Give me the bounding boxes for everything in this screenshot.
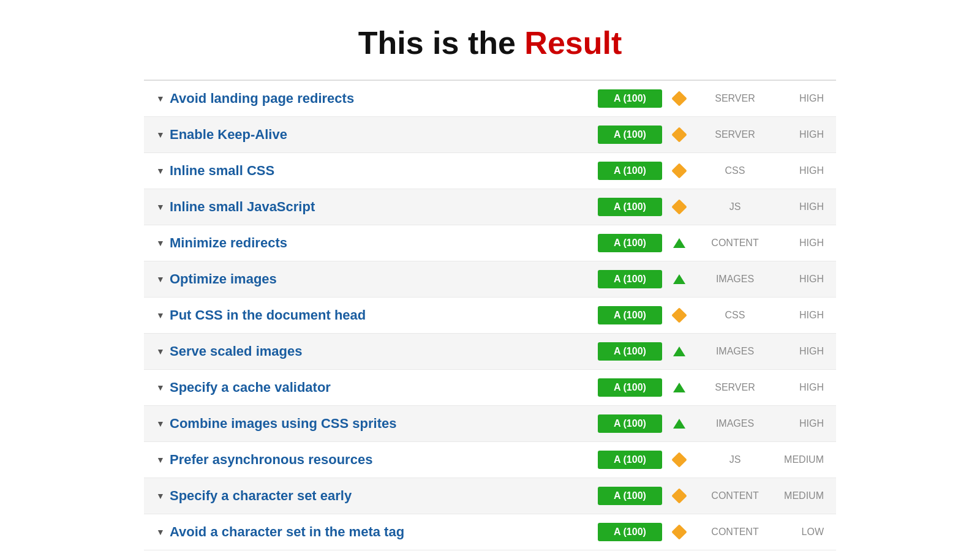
chevron-icon[interactable]: ▼ — [156, 94, 170, 103]
arrow-up-icon — [673, 238, 685, 248]
score-badge: A (100) — [598, 306, 662, 324]
score-badge: A (100) — [598, 487, 662, 505]
priority-label: HIGH — [769, 201, 824, 212]
score-badge: A (100) — [598, 89, 662, 108]
priority-label: HIGH — [769, 274, 824, 285]
table-row: ▼Prefer asynchronous resourcesA (100)JSM… — [144, 442, 836, 478]
diamond-icon — [671, 91, 687, 106]
chevron-icon[interactable]: ▼ — [156, 419, 170, 429]
arrow-up-icon — [673, 383, 685, 392]
row-title[interactable]: Combine images using CSS sprites — [170, 416, 598, 432]
score-badge: A (100) — [598, 126, 662, 144]
chevron-icon[interactable]: ▼ — [156, 238, 170, 248]
category-label: JS — [701, 201, 769, 212]
table-row: ▼Minimize redirectsA (100)CONTENTHIGH — [144, 225, 836, 261]
table-row: ▼Avoid a character set in the meta tagA … — [144, 514, 836, 550]
category-label: JS — [701, 454, 769, 465]
diamond-icon — [671, 452, 687, 467]
diamond-icon — [671, 524, 687, 539]
score-badge: A (100) — [598, 342, 662, 361]
row-title[interactable]: Enable Keep-Alive — [170, 127, 598, 143]
row-title[interactable]: Inline small JavaScript — [170, 199, 598, 215]
priority-label: LOW — [769, 527, 824, 538]
table-row: ▼Serve scaled imagesA (100)IMAGESHIGH — [144, 334, 836, 370]
category-label: CONTENT — [701, 238, 769, 249]
row-title[interactable]: Prefer asynchronous resources — [170, 452, 598, 468]
score-badge: A (100) — [598, 451, 662, 469]
page-title-highlight: Result — [524, 25, 622, 61]
category-label: IMAGES — [701, 274, 769, 285]
row-title[interactable]: Minimize redirects — [170, 235, 598, 251]
priority-label: HIGH — [769, 93, 824, 104]
table-row: ▼Inline small CSSA (100)CSSHIGH — [144, 153, 836, 189]
table-row: ▼Combine images using CSS spritesA (100)… — [144, 406, 836, 442]
score-badge: A (100) — [598, 523, 662, 541]
score-badge: A (100) — [598, 378, 662, 397]
page-title-plain: This is the — [358, 25, 525, 61]
priority-label: MEDIUM — [769, 454, 824, 465]
priority-label: HIGH — [769, 310, 824, 321]
chevron-icon[interactable]: ▼ — [156, 491, 170, 501]
diamond-icon — [671, 199, 687, 214]
diamond-icon — [671, 127, 687, 142]
category-label: CONTENT — [701, 490, 769, 501]
row-title[interactable]: Put CSS in the document head — [170, 307, 598, 323]
category-label: CSS — [701, 310, 769, 321]
priority-label: HIGH — [769, 418, 824, 429]
row-title[interactable]: Serve scaled images — [170, 343, 598, 359]
chevron-icon[interactable]: ▼ — [156, 383, 170, 392]
score-badge: A (100) — [598, 270, 662, 288]
category-label: SERVER — [701, 129, 769, 140]
table-row: ▼Specify a character set earlyA (100)CON… — [144, 478, 836, 514]
priority-label: HIGH — [769, 165, 824, 176]
category-label: CSS — [701, 165, 769, 176]
row-title[interactable]: Optimize images — [170, 271, 598, 287]
chevron-icon[interactable]: ▼ — [156, 347, 170, 356]
arrow-up-icon — [673, 347, 685, 356]
priority-label: MEDIUM — [769, 490, 824, 501]
priority-label: HIGH — [769, 129, 824, 140]
page-title: This is the Result — [0, 0, 980, 80]
table-row: ▼Put CSS in the document headA (100)CSSH… — [144, 298, 836, 334]
arrow-up-icon — [673, 274, 685, 284]
table-row: ▼Avoid landing page redirectsA (100)SERV… — [144, 81, 836, 117]
score-badge: A (100) — [598, 162, 662, 180]
table-row: ▼Inline small JavaScriptA (100)JSHIGH — [144, 189, 836, 225]
chevron-icon[interactable]: ▼ — [156, 202, 170, 212]
category-label: CONTENT — [701, 527, 769, 538]
table-row: ▼Optimize imagesA (100)IMAGESHIGH — [144, 261, 836, 298]
table-row: ▼Specify a cache validatorA (100)SERVERH… — [144, 370, 836, 406]
diamond-icon — [671, 163, 687, 178]
row-title[interactable]: Specify a character set early — [170, 488, 598, 504]
chevron-icon[interactable]: ▼ — [156, 166, 170, 176]
category-label: IMAGES — [701, 346, 769, 357]
results-table: ▼Avoid landing page redirectsA (100)SERV… — [144, 80, 836, 550]
row-title[interactable]: Inline small CSS — [170, 163, 598, 179]
row-title[interactable]: Avoid landing page redirects — [170, 91, 598, 107]
chevron-icon[interactable]: ▼ — [156, 455, 170, 465]
chevron-icon[interactable]: ▼ — [156, 527, 170, 537]
row-title[interactable]: Specify a cache validator — [170, 380, 598, 395]
priority-label: HIGH — [769, 382, 824, 393]
score-badge: A (100) — [598, 198, 662, 216]
priority-label: HIGH — [769, 346, 824, 357]
chevron-icon[interactable]: ▼ — [156, 310, 170, 320]
arrow-up-icon — [673, 419, 685, 429]
category-label: IMAGES — [701, 418, 769, 429]
diamond-icon — [671, 488, 687, 503]
diamond-icon — [671, 307, 687, 323]
table-row: ▼Enable Keep-AliveA (100)SERVERHIGH — [144, 117, 836, 153]
chevron-icon[interactable]: ▼ — [156, 274, 170, 284]
score-badge: A (100) — [598, 234, 662, 252]
priority-label: HIGH — [769, 238, 824, 249]
score-badge: A (100) — [598, 414, 662, 433]
category-label: SERVER — [701, 382, 769, 393]
row-title[interactable]: Avoid a character set in the meta tag — [170, 524, 598, 540]
category-label: SERVER — [701, 93, 769, 104]
chevron-icon[interactable]: ▼ — [156, 130, 170, 140]
